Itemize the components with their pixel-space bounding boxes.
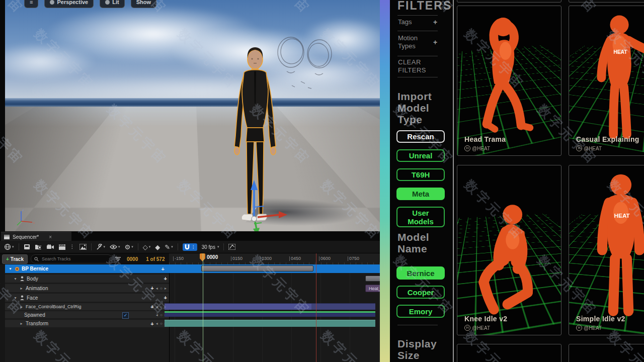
keyframe-nav-controls[interactable]: ◂ ○ ▸ bbox=[156, 286, 167, 291]
ctrlrig-section[interactable] bbox=[165, 303, 375, 310]
animation-card-knee-idle[interactable]: Knee Idle v2 H@HEAT bbox=[457, 165, 561, 335]
sequencer-toolbar: ▾ ⋮ ▾ ▾ ⚙▾ ◇▾ ◆ ✎▾ ⋮ 30 fps▾ bbox=[0, 241, 380, 253]
ruler-tick: 0300 bbox=[262, 256, 272, 261]
track-row-selected[interactable]: ▾ BP Bernice + bbox=[5, 264, 380, 273]
animation-card-head-trama[interactable]: Head Trama H@HEAT bbox=[457, 6, 561, 156]
world-outliner-button[interactable]: ▾ bbox=[4, 243, 14, 250]
rescan-button[interactable]: Rescan bbox=[396, 130, 445, 143]
add-section-icon[interactable]: + bbox=[164, 295, 167, 301]
transform-gizmo[interactable] bbox=[226, 176, 292, 231]
collapse-icon[interactable]: ▾ bbox=[13, 277, 18, 281]
chevron-down-icon: ▾ bbox=[149, 245, 151, 249]
view-options-button[interactable]: ▾ bbox=[110, 244, 120, 249]
sequencer-tab-bar: Sequencer* × bbox=[0, 231, 380, 241]
frame-counter[interactable]: 0000 bbox=[127, 256, 138, 262]
card-title: Head Trama bbox=[464, 135, 506, 143]
settings-button[interactable]: ⚙▾ bbox=[125, 244, 133, 250]
collapse-icon[interactable]: ▾ bbox=[13, 296, 18, 300]
add-section-icon[interactable]: + bbox=[150, 321, 153, 327]
clip-bar[interactable] bbox=[201, 265, 313, 272]
model-type-t69h-button[interactable]: T69H bbox=[396, 168, 445, 181]
person-icon bbox=[20, 276, 25, 281]
add-track-button[interactable]: +Track bbox=[2, 254, 28, 264]
viewport-3d[interactable]: z x ≡ Perspective Lit Show bbox=[5, 0, 380, 231]
add-keyframe-icon[interactable]: ◆ bbox=[155, 244, 160, 250]
add-section-icon[interactable]: + bbox=[150, 304, 153, 310]
edit-mode-button[interactable]: ✎▾ bbox=[165, 244, 173, 250]
tools-menu-button[interactable]: ▾ bbox=[96, 244, 106, 250]
sequencer-panel: Sequencer* × ▾ ⋮ ▾ ▾ ⚙▾ ◇▾ ◆ ✎▾ bbox=[0, 231, 380, 362]
animation-card-partial[interactable] bbox=[569, 344, 644, 362]
expand-icon[interactable]: ▸ bbox=[19, 305, 24, 309]
mannequin-figure bbox=[457, 6, 561, 155]
ruler-tick: 0600 bbox=[320, 256, 331, 261]
tags-filter[interactable]: Tags bbox=[398, 18, 444, 26]
magnet-icon bbox=[184, 244, 190, 250]
kebab-icon[interactable]: ⋮ bbox=[70, 244, 75, 249]
filter-icon[interactable] bbox=[115, 257, 121, 261]
model-type-user-models-button[interactable]: User Models bbox=[396, 207, 445, 227]
card-title: Knee Idle v2 bbox=[464, 315, 507, 323]
track-label: Face_ControlBoard_CtrlRig bbox=[26, 304, 82, 309]
clapperboard-icon bbox=[59, 244, 65, 250]
viewport-toolbar: ≡ Perspective Lit Show bbox=[24, 0, 156, 8]
keyframe-options-button[interactable]: ◇▾ bbox=[143, 244, 151, 250]
transform-section[interactable] bbox=[165, 320, 375, 327]
curve-editor-button[interactable] bbox=[228, 244, 235, 250]
track-row-ctrlrig[interactable]: ▸ Face_ControlBoard_CtrlRig + ◂ ○ ▸ bbox=[5, 303, 169, 310]
expand-icon[interactable]: ▸ bbox=[19, 286, 24, 291]
show-button[interactable]: Show bbox=[131, 0, 156, 8]
animation-card-casual-explaining[interactable]: HEAT Casual Explaining H@HEAT bbox=[569, 6, 644, 156]
sequencer-body: ▾ BP Bernice + ▾ Body + ▸ Animation + ◂ … bbox=[0, 264, 380, 362]
playhead-line[interactable] bbox=[203, 253, 203, 362]
timeline-ruler[interactable]: -150 0150 0300 0450 0600 0750 0000 bbox=[169, 253, 380, 265]
expand-icon[interactable]: ▸ bbox=[19, 321, 24, 326]
model-type-unreal-button[interactable]: Unreal bbox=[396, 149, 445, 162]
track-search-input[interactable] bbox=[41, 256, 103, 262]
browse-button[interactable] bbox=[35, 244, 42, 250]
tags-expand-button[interactable]: + bbox=[433, 18, 437, 26]
viewport-menu-button[interactable]: ≡ bbox=[24, 0, 38, 8]
track-row-animation[interactable]: ▸ Animation + ◂ ○ ▸ bbox=[5, 284, 169, 292]
fps-dropdown[interactable]: 30 fps▾ bbox=[202, 244, 219, 250]
track-row-body[interactable]: ▾ Body + bbox=[5, 275, 169, 283]
motion-types-expand-button[interactable]: + bbox=[433, 38, 437, 46]
track-row-face[interactable]: ▾ Face + bbox=[5, 294, 169, 302]
model-emory-button[interactable]: Emory bbox=[396, 305, 445, 318]
track-search-box[interactable] bbox=[31, 254, 112, 263]
lit-button[interactable]: Lit bbox=[100, 0, 124, 8]
add-section-icon[interactable]: + bbox=[164, 276, 167, 282]
track-label: Transform bbox=[26, 321, 48, 326]
add-section-icon[interactable]: + bbox=[150, 285, 153, 291]
mannequin-figure: HEAT bbox=[569, 6, 644, 155]
perspective-button[interactable]: Perspective bbox=[44, 0, 94, 8]
playback-end-line bbox=[316, 253, 316, 362]
animation-card-partial[interactable] bbox=[457, 344, 561, 362]
ruler-tick: 0750 bbox=[349, 256, 359, 261]
track-row-spawned[interactable]: Spawned ✓ ◂ ○ ▸ bbox=[5, 311, 169, 318]
sequencer-tab[interactable]: Sequencer* × bbox=[1, 232, 71, 241]
save-button[interactable] bbox=[24, 244, 30, 250]
heat-logo-icon: H bbox=[576, 145, 582, 151]
snap-toggle-button[interactable]: ⋮ bbox=[183, 243, 197, 251]
add-section-icon[interactable]: + bbox=[162, 266, 165, 272]
model-type-meta-button[interactable]: Meta bbox=[396, 188, 445, 200]
import-model-type-title: Import Model Type bbox=[397, 90, 453, 125]
collapse-icon[interactable]: ▾ bbox=[8, 266, 13, 271]
clear-filters-button[interactable]: CLEAR FILTERS bbox=[398, 58, 448, 74]
model-bernice-button[interactable]: Bernice bbox=[396, 266, 445, 280]
animation-card-simple-idle[interactable]: HEAT Simple Idle v2 H@HEAT bbox=[569, 165, 644, 335]
spawned-section[interactable] bbox=[165, 311, 375, 317]
close-icon[interactable]: × bbox=[49, 234, 52, 240]
svg-text:HEAT: HEAT bbox=[613, 49, 627, 55]
clapper-icon bbox=[4, 235, 10, 239]
clapperboard-button[interactable] bbox=[59, 244, 65, 250]
model-cooper-button[interactable]: Cooper bbox=[396, 286, 445, 299]
camera-button[interactable] bbox=[47, 244, 54, 250]
render-movie-button[interactable] bbox=[79, 244, 87, 250]
mannequin-figure bbox=[457, 165, 561, 335]
spawned-checkbox[interactable]: ✓ bbox=[122, 312, 129, 319]
track-row-transform[interactable]: ▸ Transform + ◂ ○ ▸ bbox=[5, 320, 169, 327]
motion-types-filter[interactable]: Motion Types bbox=[398, 34, 429, 50]
card-author: H@HEAT bbox=[464, 325, 490, 331]
